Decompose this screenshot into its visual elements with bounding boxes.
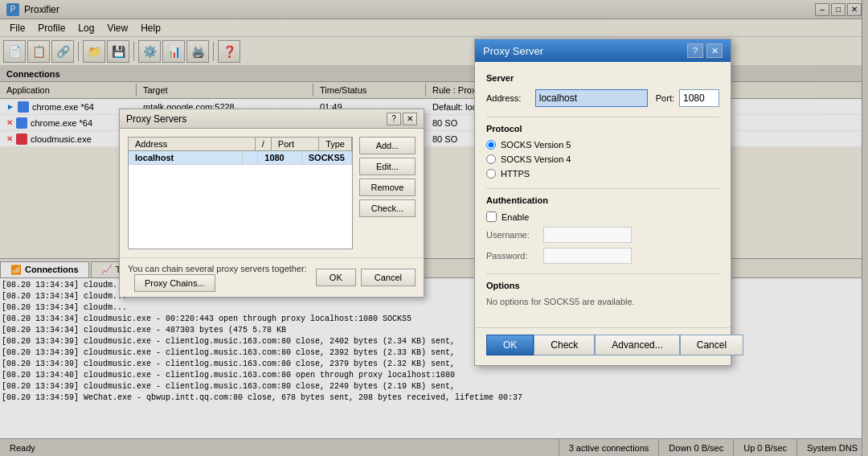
proxy-servers-table-header: Address / Port Type — [129, 138, 352, 151]
password-input[interactable] — [543, 248, 632, 264]
footer-chain-text: You can chain several proxy servers toge… — [128, 264, 307, 273]
password-label: Password: — [486, 251, 538, 261]
https-radio[interactable] — [486, 169, 496, 179]
server-section-label: Server — [486, 73, 719, 83]
username-label: Username: — [486, 230, 538, 240]
username-row: Username: — [486, 227, 719, 243]
protocol-divider — [486, 117, 719, 117]
proxy-servers-title: Proxy Servers — [126, 113, 387, 125]
proxy-server-footer: OK Check Advanced... Cancel — [475, 327, 731, 365]
proxy-server-help-btn[interactable]: ? — [687, 43, 703, 58]
ps-cell-port: 1080 — [258, 151, 301, 164]
proxy-servers-window-controls: ? ✕ — [387, 113, 417, 125]
proxy-server-content: Server Address: Port: Protocol SOCKS Ver… — [475, 62, 731, 327]
server-address-row: Address: Port: — [486, 89, 719, 107]
add-button[interactable]: Add... — [359, 137, 416, 154]
protocol-section-label: Protocol — [486, 124, 719, 134]
proxy-server-window-controls: ? ✕ — [687, 43, 723, 58]
https-radio-row: HTTPS — [486, 169, 719, 179]
proxy-server-close-btn[interactable]: ✕ — [706, 43, 723, 58]
proxy-servers-help-btn[interactable]: ? — [387, 113, 401, 125]
ps-cell-address: localhost — [129, 151, 243, 164]
proxy-server-title-bar: Proxy Server ? ✕ — [475, 39, 731, 62]
socks4-label: SOCKS Version 4 — [501, 154, 571, 164]
enable-checkbox-row: Enable — [486, 212, 719, 222]
ps-col-slash: / — [256, 138, 272, 150]
proxy-server-advanced-button[interactable]: Advanced... — [595, 335, 679, 355]
edit-button[interactable]: Edit... — [359, 158, 416, 175]
server-section: Server Address: Port: — [486, 73, 719, 107]
proxy-servers-side-buttons: Add... Edit... Remove Check... — [359, 137, 416, 249]
proxy-server-ok-button[interactable]: OK — [486, 335, 534, 355]
options-section-label: Options — [486, 281, 719, 290]
address-label: Address: — [486, 93, 530, 103]
proxy-chains-button[interactable]: Proxy Chains... — [134, 274, 215, 292]
https-label: HTTPS — [501, 169, 530, 179]
proxy-servers-close-btn[interactable]: ✕ — [403, 113, 417, 125]
check-button[interactable]: Check... — [359, 199, 416, 217]
options-section: Options No options for SOCKS5 are availa… — [486, 281, 719, 306]
socks4-radio-row: SOCKS Version 4 — [486, 154, 719, 164]
ps-col-type: Type — [319, 138, 352, 150]
username-input[interactable] — [543, 227, 632, 243]
auth-divider — [486, 188, 719, 189]
auth-section: Authentication Enable Username: Password… — [486, 195, 719, 264]
port-input[interactable] — [679, 89, 719, 107]
proxy-server-cancel-button[interactable]: Cancel — [680, 335, 743, 355]
address-input[interactable] — [535, 89, 648, 107]
port-label: Port: — [656, 93, 674, 103]
remove-button[interactable]: Remove — [359, 179, 416, 196]
socks5-radio[interactable] — [486, 140, 496, 150]
ps-col-port: Port — [272, 138, 319, 150]
proxy-servers-cancel-button[interactable]: Cancel — [361, 269, 416, 286]
proxy-servers-table: Address / Port Type localhost 1080 SOCKS… — [128, 137, 353, 249]
proxy-servers-ok-button[interactable]: OK — [316, 269, 356, 286]
proxy-server-dialog: Proxy Server ? ✕ Server Address: Port: P… — [474, 39, 731, 366]
proxy-server-title: Proxy Server — [483, 45, 687, 57]
proxy-servers-footer-buttons: OK Cancel — [316, 269, 416, 286]
enable-label: Enable — [502, 212, 529, 222]
proxy-servers-content: Address / Port Type localhost 1080 SOCKS… — [120, 129, 424, 257]
proxy-servers-table-row[interactable]: localhost 1080 SOCKS5 — [129, 151, 352, 165]
protocol-section: Protocol SOCKS Version 5 SOCKS Version 4… — [486, 124, 719, 179]
proxy-servers-title-bar: Proxy Servers ? ✕ — [120, 109, 424, 129]
options-divider — [486, 273, 719, 274]
options-text: No options for SOCKS5 are available. — [486, 297, 719, 306]
ps-cell-slash — [243, 151, 259, 164]
socks5-label: SOCKS Version 5 — [501, 140, 571, 150]
proxy-servers-dialog: Proxy Servers ? ✕ Address / Port Type lo… — [119, 109, 424, 298]
proxy-servers-footer: You can chain several proxy servers toge… — [120, 257, 424, 297]
ps-col-address: Address — [129, 138, 256, 150]
socks5-radio-row: SOCKS Version 5 — [486, 140, 719, 150]
password-row: Password: — [486, 248, 719, 264]
enable-checkbox[interactable] — [486, 212, 497, 222]
socks4-radio[interactable] — [486, 154, 496, 164]
ps-cell-type: SOCKS5 — [302, 151, 352, 164]
proxy-server-check-button[interactable]: Check — [534, 335, 595, 355]
auth-section-label: Authentication — [486, 195, 719, 205]
